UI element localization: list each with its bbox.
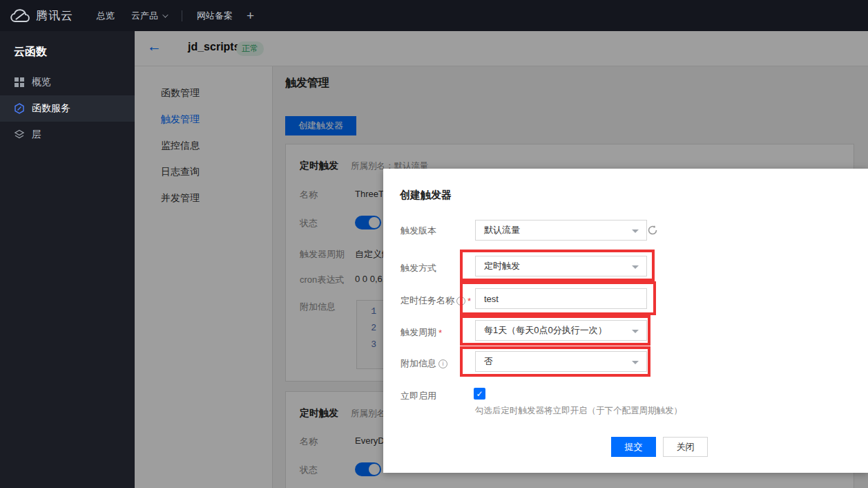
create-trigger-modal: 创建触发器 触发版本 默认流量 触发方式 定时触发 定时任务名称i* 触发周期*…	[383, 169, 868, 473]
nav-overview[interactable]: 总览	[97, 0, 115, 31]
select-value: 否	[484, 355, 493, 368]
required-asterisk: *	[467, 296, 471, 306]
sidebar-item-label: 函数服务	[32, 102, 70, 115]
logo-text: 腾讯云	[36, 8, 73, 24]
field-label-enable-now: 立即启用	[401, 390, 436, 402]
field-label-trigger-method: 触发方式	[401, 262, 436, 274]
field-label-task-name: 定时任务名称i*	[401, 294, 471, 307]
sidebar-item-function-service[interactable]: 函数服务	[0, 95, 135, 122]
field-label-trigger-version: 触发版本	[401, 225, 436, 237]
select-value: 默认流量	[484, 224, 520, 236]
left-sidebar: 云函数 概览 函数服务 层	[0, 31, 135, 488]
nav-website-record[interactable]: 网站备案	[197, 0, 233, 31]
nav-add-tab-button[interactable]: +	[247, 0, 254, 31]
top-navbar: 腾讯云 总览 云产品 网站备案 +	[0, 0, 868, 31]
task-name-input[interactable]	[475, 288, 647, 309]
chevron-down-icon	[632, 229, 639, 233]
field-label-trigger-cycle: 触发周期*	[401, 326, 442, 339]
info-icon: i	[438, 359, 447, 368]
enable-now-checkbox[interactable]: ✓	[474, 388, 485, 400]
chevron-down-icon	[632, 265, 639, 269]
refresh-icon[interactable]	[647, 225, 658, 236]
trigger-method-select[interactable]: 定时触发	[475, 256, 647, 276]
check-icon: ✓	[476, 389, 483, 399]
grid-icon	[14, 77, 25, 88]
nav-cloud-products[interactable]: 云产品	[131, 0, 166, 31]
tencent-cloud-logo-icon	[10, 8, 30, 24]
extra-info-select[interactable]: 否	[475, 351, 647, 372]
submit-button[interactable]: 提交	[611, 437, 656, 457]
modal-title: 创建触发器	[400, 189, 452, 202]
product-title: 云函数	[0, 31, 135, 69]
info-icon: i	[456, 297, 465, 306]
sidebar-item-label: 层	[32, 129, 41, 141]
trigger-cycle-select[interactable]: 每1天（每天0点0分执行一次）	[475, 320, 647, 341]
chevron-down-icon	[162, 12, 168, 17]
field-label-extra-info: 附加信息i	[401, 357, 447, 370]
trigger-version-select[interactable]: 默认流量	[475, 220, 647, 241]
sidebar-item-layers[interactable]: 层	[0, 122, 135, 148]
select-value: 定时触发	[484, 260, 520, 272]
select-value: 每1天（每天0点0分执行一次）	[484, 324, 607, 337]
nav-divider	[182, 10, 182, 21]
chevron-down-icon	[632, 361, 639, 364]
chevron-down-icon	[632, 330, 639, 333]
sidebar-item-overview[interactable]: 概览	[0, 69, 135, 95]
sidebar-item-label: 概览	[32, 76, 51, 88]
layers-icon	[14, 129, 25, 140]
enable-note: 勾选后定时触发器将立即开启（于下个配置周期触发）	[475, 405, 682, 417]
function-hexagon-icon	[14, 103, 25, 114]
required-asterisk: *	[438, 328, 442, 338]
tencent-cloud-logo[interactable]: 腾讯云	[10, 0, 73, 31]
close-button[interactable]: 关闭	[663, 437, 708, 457]
